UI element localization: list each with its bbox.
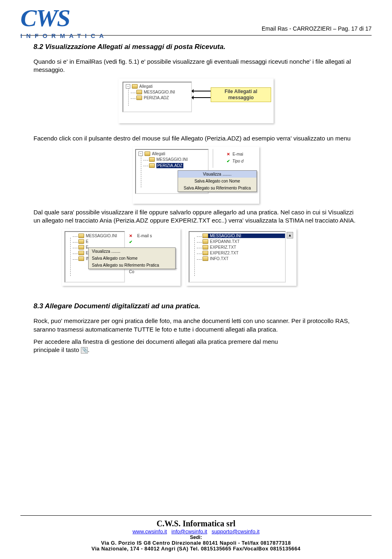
footer-address-2: Via Nazionale, 174 - 84012 Angri (SA) Te… (20, 546, 372, 552)
page-footer: C.W.S. Informatica srl www.cwsinfo.it in… (20, 515, 372, 552)
menu-item-salva-pratica[interactable]: Salva Allegato su Riferimento Pratica (178, 185, 256, 192)
x-icon: ✕ (227, 152, 230, 156)
menu-item-salva-nome[interactable]: Salva Allegato con Nome (89, 255, 175, 262)
tree-item-label[interactable]: MESSAGGIO.INI (156, 157, 188, 162)
check-icon: ✔ (227, 159, 230, 163)
arrow-icon (193, 97, 211, 98)
folder-icon (132, 84, 138, 89)
footer-link-info[interactable]: info@cwsinfo.it (172, 528, 207, 535)
menu-item-visualizza[interactable]: Visualizza ........ (178, 171, 256, 178)
scroll-up-icon[interactable]: ▲ (287, 232, 293, 238)
paragraph-4b: Per accedere alla finestra di gestione d… (33, 338, 359, 354)
logo-text-top: CWS (20, 4, 102, 32)
context-menu[interactable]: Visualizza ........ Salva Allegato con N… (88, 247, 176, 269)
paragraph-1: Quando si e' in EmailRas (vedi fig. 5.1)… (33, 58, 359, 74)
clip-icon[interactable] (81, 347, 88, 354)
folder-icon (203, 239, 208, 244)
header-meta: Email Ras - CARROZZIERI – Pag. 17 di 17 (262, 25, 372, 33)
menu-item-salva-nome[interactable]: Salva Allegato con Nome (178, 178, 256, 185)
paragraph-3: Dal quale sara' possibile visualizzare i… (33, 208, 359, 225)
callout-label: File Allegati al messaggio (211, 87, 271, 102)
folder-icon (203, 234, 208, 238)
figure-1-tree-callout: − Allegati MESSAGGIO.INI PERIZIA.ADZ (118, 78, 274, 123)
folder-icon (78, 234, 84, 238)
footer-link-supporto[interactable]: supporto@cwsinfo.it (212, 528, 259, 535)
folder-icon (203, 256, 208, 261)
folder-icon (203, 245, 208, 249)
tree-item-label[interactable]: EXPERIZ.TXT (210, 245, 236, 249)
figure-2-context-menu: − Allegati MESSAGGIO.INI PERIZIA.ADZ ✕E-… (133, 147, 259, 204)
folder-icon (149, 163, 155, 168)
footer-link-www[interactable]: www.cwsinfo.it (132, 528, 167, 535)
tree-view: − Allegati MESSAGGIO.INI PERIZIA.ADZ (122, 82, 192, 112)
tree-item-label[interactable]: E (86, 239, 89, 244)
menu-item-salva-pratica[interactable]: Salva Allegato su Riferimento Pratica (89, 262, 175, 269)
tree-item-label[interactable]: EXPERIZ2.TXT (210, 251, 238, 255)
footer-links: www.cwsinfo.it info@cwsinfo.it supporto@… (20, 528, 372, 535)
tree-item-label[interactable]: PERIZIA.ADZ (144, 96, 169, 100)
menu-item-visualizza[interactable]: Visualizza ........ (89, 248, 175, 255)
check-icon: ✔ (129, 240, 132, 244)
doc-title: Email Ras - CARROZZIERI – Pag. (262, 25, 351, 32)
figure-3a: MESSAGGIO.INI E E E INFO.TXT ✕E-mail s ✔… (62, 229, 180, 286)
folder-icon (145, 151, 150, 156)
tree-item-label[interactable]: MESSAGGIO.INI (86, 234, 117, 238)
tree-root-label: Allegati (139, 84, 153, 89)
folder-icon (78, 245, 84, 249)
tree-item-label[interactable]: INFO.TXT (210, 256, 229, 261)
tree-root-label: Allegati (152, 151, 165, 156)
footer-company: C.W.S. Informatica srl (20, 519, 372, 528)
section-heading-8-3: 8.3 Allegare Documenti digitalizzati ad … (33, 302, 359, 310)
page-number: 17 di 17 (351, 25, 372, 32)
section-heading-8-2: 8.2 Visualizzazione Allegati ai messaggi… (33, 43, 359, 51)
page-header: CWS INFORMATICA Email Ras - CARROZZIERI … (20, 4, 372, 36)
tree-item-label: EXPDANNI.TXT (210, 239, 240, 244)
tree-item-label[interactable]: MESSAGGIO.INI (144, 90, 175, 94)
context-menu[interactable]: Visualizza ........ Salva Allegato con N… (178, 170, 257, 192)
tree-item-selected[interactable]: MESSAGGIO.INI (210, 234, 241, 238)
logo-text-bottom: INFORMATICA (20, 32, 102, 39)
paragraph-4a: Rock, puo' memorizzare per ogni pratica … (33, 317, 359, 334)
figure-3b: ▲ MESSAGGIO.INI EXPDANNI.TXT EXPERIZ.TXT… (186, 229, 296, 286)
x-icon: ✕ (129, 234, 132, 238)
folder-icon (149, 157, 155, 162)
folder-icon (78, 256, 84, 261)
arrow-icon (193, 91, 211, 91)
company-logo: CWS INFORMATICA (20, 4, 102, 33)
footer-address-1: Via G. Porzio IS G8 Centro Direzionale 8… (20, 540, 372, 546)
folder-icon (78, 239, 84, 244)
folder-icon (78, 251, 84, 255)
figure-right-pane: ✕E-mai ✔Tipo d (213, 149, 257, 168)
paragraph-2: Facendo click con il pulsante destro del… (33, 134, 359, 143)
tree-item-selected[interactable]: PERIZIA.ADZ (156, 163, 183, 168)
folder-icon (136, 90, 142, 94)
folder-icon (203, 251, 208, 255)
footer-sedi: Sedi: (20, 535, 372, 540)
folder-icon (136, 96, 142, 100)
tree-view: MESSAGGIO.INI EXPDANNI.TXT EXPERIZ.TXT E… (189, 231, 286, 283)
